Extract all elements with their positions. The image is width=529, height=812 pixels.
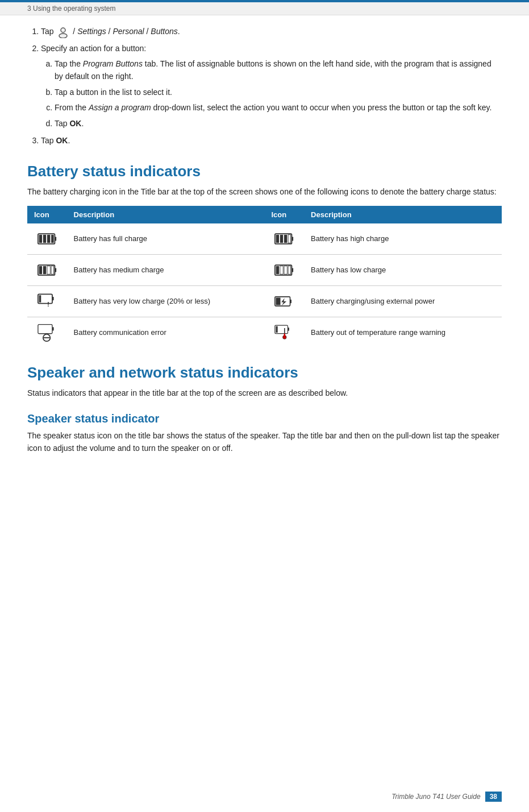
svg-rect-32 <box>276 298 281 305</box>
battery-full-icon <box>38 229 57 248</box>
svg-rect-12 <box>284 235 287 243</box>
chapter-header: 3 Using the operating system <box>27 5 115 13</box>
battery-very-low-icon: ! <box>38 292 57 311</box>
svg-marker-33 <box>281 299 286 306</box>
col-header-desc1: Description <box>67 206 265 223</box>
battery-charging-desc: Battery charging/using external power <box>304 286 502 317</box>
battery-charging-icon <box>274 292 294 311</box>
step-3: Tap OK. <box>41 135 502 147</box>
svg-rect-28 <box>39 296 41 303</box>
speaker-status-intro: The speaker status icon on the title bar… <box>27 430 502 454</box>
battery-temp-desc: Battery out of temperature range warning <box>304 317 502 349</box>
col-header-icon2: Icon <box>264 206 304 223</box>
svg-rect-22 <box>276 266 279 274</box>
svg-rect-23 <box>280 266 283 274</box>
page-footer: Trimble Juno T41 User Guide 38 <box>391 792 502 802</box>
battery-error-icon <box>38 323 57 342</box>
svg-point-1 <box>59 34 67 38</box>
step-1: Tap / Settings / Personal / Buttons. <box>41 26 502 38</box>
svg-point-0 <box>61 28 65 32</box>
speaker-section-title: Speaker and network status indicators <box>27 364 502 382</box>
table-row: ! Battery has very low charge (20% or le… <box>27 286 502 317</box>
battery-charging-icon-cell <box>264 286 304 317</box>
svg-rect-5 <box>43 235 46 243</box>
svg-rect-3 <box>55 237 56 241</box>
battery-very-low-desc: Battery has very low charge (20% or less… <box>67 286 265 317</box>
svg-rect-19 <box>51 266 53 274</box>
battery-section-intro: The battery charging icon in the Title b… <box>27 186 502 198</box>
svg-rect-31 <box>290 300 291 303</box>
svg-rect-21 <box>292 268 294 272</box>
battery-status-table: Icon Description Icon Description <box>27 206 502 348</box>
battery-error-icon-cell <box>27 317 67 349</box>
sub-steps-list: Tap the Program Buttons tab. The list of… <box>55 58 502 130</box>
battery-medium-icon <box>38 260 57 280</box>
step1-tap: Tap <box>41 27 54 36</box>
svg-rect-9 <box>292 237 294 241</box>
ok-bold-3: OK <box>56 136 68 145</box>
sub-step-a: Tap the Program Buttons tab. The list of… <box>55 58 502 82</box>
svg-rect-18 <box>47 266 50 274</box>
battery-section-title: Battery status indicators <box>27 163 502 180</box>
battery-high-icon <box>274 229 294 248</box>
assign-program-italic: Assign a program <box>89 103 151 112</box>
main-steps-list: Tap / Settings / Personal / Buttons. Spe… <box>41 26 502 147</box>
svg-rect-27 <box>52 297 54 300</box>
battery-low-icon <box>274 260 294 280</box>
svg-rect-4 <box>39 235 41 243</box>
ok-bold-d: OK <box>69 119 81 128</box>
battery-high-icon-cell <box>264 223 304 255</box>
svg-text:!: ! <box>47 300 49 308</box>
svg-rect-6 <box>47 235 50 243</box>
sub-step-c: From the Assign a program drop-down list… <box>55 102 502 114</box>
battery-medium-icon-cell <box>27 255 67 286</box>
svg-rect-34 <box>38 325 52 334</box>
table-row: Battery communication error <box>27 317 502 349</box>
battery-temp-icon-cell <box>264 317 304 349</box>
battery-high-desc: Battery has high charge <box>304 223 502 255</box>
svg-rect-10 <box>276 235 279 243</box>
sub-step-d: Tap OK. <box>55 118 502 130</box>
svg-rect-11 <box>280 235 283 243</box>
svg-rect-15 <box>55 268 56 272</box>
step1-path: / Settings / Personal / Buttons. <box>73 27 180 36</box>
battery-full-desc: Battery has full charge <box>67 223 265 255</box>
speaker-status-title: Speaker status indicator <box>27 412 502 425</box>
battery-very-low-icon-cell: ! <box>27 286 67 317</box>
step-2: Specify an action for a button: Tap the … <box>41 43 502 130</box>
table-row: Battery has medium charge <box>27 255 502 286</box>
col-header-desc2: Description <box>304 206 502 223</box>
footer-title: Trimble Juno T41 User Guide <box>391 793 481 801</box>
svg-rect-17 <box>43 266 46 274</box>
step2-text: Specify an action for a button: <box>41 44 146 53</box>
col-header-icon1: Icon <box>27 206 67 223</box>
svg-rect-24 <box>284 266 287 274</box>
speaker-section-intro: Status indicators that appear in the tit… <box>27 387 502 400</box>
table-row: Battery has full charge <box>27 223 502 255</box>
svg-rect-43 <box>284 334 285 337</box>
battery-error-desc: Battery communication error <box>67 317 265 349</box>
battery-low-desc: Battery has low charge <box>304 255 502 286</box>
svg-rect-16 <box>39 266 41 274</box>
svg-rect-7 <box>51 235 53 243</box>
battery-low-icon-cell <box>264 255 304 286</box>
page-number: 38 <box>485 792 502 802</box>
svg-rect-40 <box>276 326 278 333</box>
settings-person-icon <box>57 26 69 38</box>
battery-temp-icon <box>274 323 294 342</box>
battery-medium-desc: Battery has medium charge <box>67 255 265 286</box>
battery-full-icon-cell <box>27 223 67 255</box>
svg-rect-13 <box>288 235 290 243</box>
sub-step-b: Tap a button in the list to select it. <box>55 86 502 99</box>
svg-rect-35 <box>52 328 54 331</box>
svg-rect-39 <box>288 328 289 332</box>
program-buttons-italic: Program Buttons <box>83 59 143 68</box>
svg-rect-25 <box>288 266 290 274</box>
